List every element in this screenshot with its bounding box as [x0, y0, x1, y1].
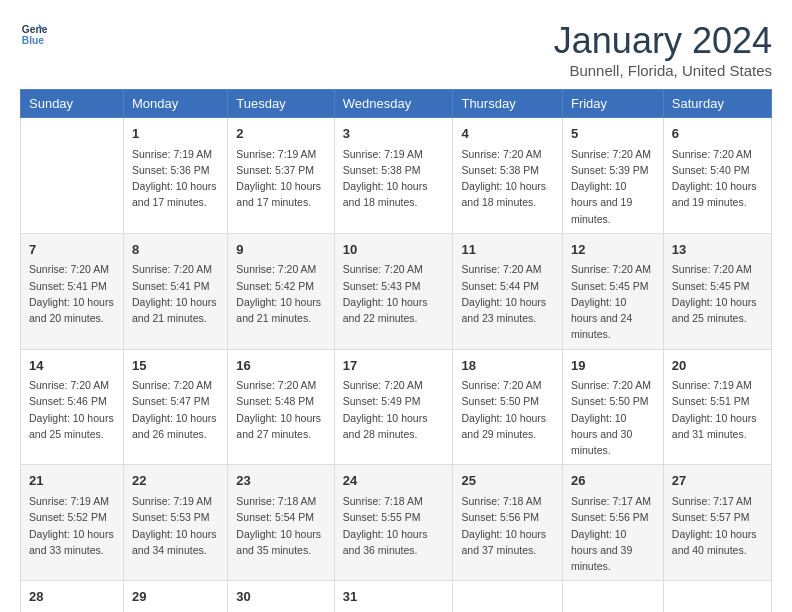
day-number: 20 — [672, 356, 763, 376]
calendar-cell: 23Sunrise: 7:18 AMSunset: 5:54 PMDayligh… — [228, 465, 334, 581]
calendar-cell: 22Sunrise: 7:19 AMSunset: 5:53 PMDayligh… — [123, 465, 227, 581]
day-number: 5 — [571, 124, 655, 144]
day-detail: Sunrise: 7:19 AMSunset: 5:36 PMDaylight:… — [132, 146, 219, 211]
logo: General Blue — [20, 20, 48, 48]
svg-text:Blue: Blue — [22, 35, 45, 46]
header-day-monday: Monday — [123, 90, 227, 118]
day-detail: Sunrise: 7:20 AMSunset: 5:41 PMDaylight:… — [132, 261, 219, 326]
calendar-cell: 5Sunrise: 7:20 AMSunset: 5:39 PMDaylight… — [562, 118, 663, 234]
day-number: 21 — [29, 471, 115, 491]
day-number: 26 — [571, 471, 655, 491]
calendar-cell: 12Sunrise: 7:20 AMSunset: 5:45 PMDayligh… — [562, 233, 663, 349]
day-detail: Sunrise: 7:18 AMSunset: 5:54 PMDaylight:… — [236, 493, 325, 558]
calendar-cell: 30Sunrise: 7:16 AMSunset: 6:00 PMDayligh… — [228, 581, 334, 612]
day-detail: Sunrise: 7:20 AMSunset: 5:42 PMDaylight:… — [236, 261, 325, 326]
day-detail: Sunrise: 7:17 AMSunset: 5:56 PMDaylight:… — [571, 493, 655, 574]
day-detail: Sunrise: 7:18 AMSunset: 5:56 PMDaylight:… — [461, 493, 554, 558]
day-detail: Sunrise: 7:20 AMSunset: 5:40 PMDaylight:… — [672, 146, 763, 211]
day-detail: Sunrise: 7:17 AMSunset: 5:57 PMDaylight:… — [672, 493, 763, 558]
calendar-cell: 3Sunrise: 7:19 AMSunset: 5:38 PMDaylight… — [334, 118, 453, 234]
calendar-cell: 7Sunrise: 7:20 AMSunset: 5:41 PMDaylight… — [21, 233, 124, 349]
calendar-cell — [663, 581, 771, 612]
day-detail: Sunrise: 7:20 AMSunset: 5:46 PMDaylight:… — [29, 377, 115, 442]
calendar-subtitle: Bunnell, Florida, United States — [554, 62, 772, 79]
day-detail: Sunrise: 7:20 AMSunset: 5:41 PMDaylight:… — [29, 261, 115, 326]
header-day-thursday: Thursday — [453, 90, 563, 118]
calendar-cell: 8Sunrise: 7:20 AMSunset: 5:41 PMDaylight… — [123, 233, 227, 349]
day-number: 6 — [672, 124, 763, 144]
week-row-1: 1Sunrise: 7:19 AMSunset: 5:36 PMDaylight… — [21, 118, 772, 234]
calendar-cell: 19Sunrise: 7:20 AMSunset: 5:50 PMDayligh… — [562, 349, 663, 465]
calendar-cell: 17Sunrise: 7:20 AMSunset: 5:49 PMDayligh… — [334, 349, 453, 465]
day-detail: Sunrise: 7:20 AMSunset: 5:49 PMDaylight:… — [343, 377, 445, 442]
header-day-sunday: Sunday — [21, 90, 124, 118]
day-detail: Sunrise: 7:19 AMSunset: 5:53 PMDaylight:… — [132, 493, 219, 558]
day-number: 17 — [343, 356, 445, 376]
calendar-cell: 27Sunrise: 7:17 AMSunset: 5:57 PMDayligh… — [663, 465, 771, 581]
day-number: 12 — [571, 240, 655, 260]
day-number: 13 — [672, 240, 763, 260]
calendar-cell — [453, 581, 563, 612]
calendar-cell: 25Sunrise: 7:18 AMSunset: 5:56 PMDayligh… — [453, 465, 563, 581]
calendar-cell: 11Sunrise: 7:20 AMSunset: 5:44 PMDayligh… — [453, 233, 563, 349]
calendar-cell — [562, 581, 663, 612]
day-detail: Sunrise: 7:19 AMSunset: 5:51 PMDaylight:… — [672, 377, 763, 442]
header-day-friday: Friday — [562, 90, 663, 118]
day-number: 1 — [132, 124, 219, 144]
calendar-cell: 26Sunrise: 7:17 AMSunset: 5:56 PMDayligh… — [562, 465, 663, 581]
day-number: 2 — [236, 124, 325, 144]
day-detail: Sunrise: 7:18 AMSunset: 5:55 PMDaylight:… — [343, 493, 445, 558]
week-row-4: 21Sunrise: 7:19 AMSunset: 5:52 PMDayligh… — [21, 465, 772, 581]
week-row-5: 28Sunrise: 7:16 AMSunset: 5:58 PMDayligh… — [21, 581, 772, 612]
calendar-cell: 24Sunrise: 7:18 AMSunset: 5:55 PMDayligh… — [334, 465, 453, 581]
day-number: 30 — [236, 587, 325, 607]
calendar-cell: 4Sunrise: 7:20 AMSunset: 5:38 PMDaylight… — [453, 118, 563, 234]
day-number: 19 — [571, 356, 655, 376]
calendar-cell: 10Sunrise: 7:20 AMSunset: 5:43 PMDayligh… — [334, 233, 453, 349]
day-detail: Sunrise: 7:20 AMSunset: 5:50 PMDaylight:… — [571, 377, 655, 458]
day-number: 11 — [461, 240, 554, 260]
calendar-cell: 28Sunrise: 7:16 AMSunset: 5:58 PMDayligh… — [21, 581, 124, 612]
calendar-title: January 2024 — [554, 20, 772, 62]
calendar-cell: 31Sunrise: 7:15 AMSunset: 6:01 PMDayligh… — [334, 581, 453, 612]
day-number: 22 — [132, 471, 219, 491]
calendar-cell: 21Sunrise: 7:19 AMSunset: 5:52 PMDayligh… — [21, 465, 124, 581]
calendar-cell: 16Sunrise: 7:20 AMSunset: 5:48 PMDayligh… — [228, 349, 334, 465]
day-number: 8 — [132, 240, 219, 260]
day-number: 10 — [343, 240, 445, 260]
day-number: 31 — [343, 587, 445, 607]
calendar-cell: 15Sunrise: 7:20 AMSunset: 5:47 PMDayligh… — [123, 349, 227, 465]
header-day-wednesday: Wednesday — [334, 90, 453, 118]
day-detail: Sunrise: 7:20 AMSunset: 5:38 PMDaylight:… — [461, 146, 554, 211]
day-detail: Sunrise: 7:20 AMSunset: 5:50 PMDaylight:… — [461, 377, 554, 442]
day-number: 3 — [343, 124, 445, 144]
day-number: 9 — [236, 240, 325, 260]
day-detail: Sunrise: 7:20 AMSunset: 5:43 PMDaylight:… — [343, 261, 445, 326]
calendar-cell: 9Sunrise: 7:20 AMSunset: 5:42 PMDaylight… — [228, 233, 334, 349]
header-row: SundayMondayTuesdayWednesdayThursdayFrid… — [21, 90, 772, 118]
calendar-cell: 1Sunrise: 7:19 AMSunset: 5:36 PMDaylight… — [123, 118, 227, 234]
day-number: 28 — [29, 587, 115, 607]
title-area: January 2024 Bunnell, Florida, United St… — [554, 20, 772, 79]
day-number: 14 — [29, 356, 115, 376]
calendar-cell: 14Sunrise: 7:20 AMSunset: 5:46 PMDayligh… — [21, 349, 124, 465]
calendar-cell: 13Sunrise: 7:20 AMSunset: 5:45 PMDayligh… — [663, 233, 771, 349]
day-number: 25 — [461, 471, 554, 491]
header-day-tuesday: Tuesday — [228, 90, 334, 118]
calendar-cell: 18Sunrise: 7:20 AMSunset: 5:50 PMDayligh… — [453, 349, 563, 465]
header-day-saturday: Saturday — [663, 90, 771, 118]
day-number: 15 — [132, 356, 219, 376]
calendar-cell: 2Sunrise: 7:19 AMSunset: 5:37 PMDaylight… — [228, 118, 334, 234]
day-detail: Sunrise: 7:19 AMSunset: 5:37 PMDaylight:… — [236, 146, 325, 211]
day-detail: Sunrise: 7:20 AMSunset: 5:45 PMDaylight:… — [672, 261, 763, 326]
day-detail: Sunrise: 7:20 AMSunset: 5:44 PMDaylight:… — [461, 261, 554, 326]
day-detail: Sunrise: 7:20 AMSunset: 5:47 PMDaylight:… — [132, 377, 219, 442]
day-number: 24 — [343, 471, 445, 491]
calendar-cell: 6Sunrise: 7:20 AMSunset: 5:40 PMDaylight… — [663, 118, 771, 234]
day-number: 4 — [461, 124, 554, 144]
day-detail: Sunrise: 7:20 AMSunset: 5:45 PMDaylight:… — [571, 261, 655, 342]
header: General Blue January 2024 Bunnell, Flori… — [20, 20, 772, 79]
day-number: 18 — [461, 356, 554, 376]
day-number: 23 — [236, 471, 325, 491]
day-detail: Sunrise: 7:19 AMSunset: 5:38 PMDaylight:… — [343, 146, 445, 211]
